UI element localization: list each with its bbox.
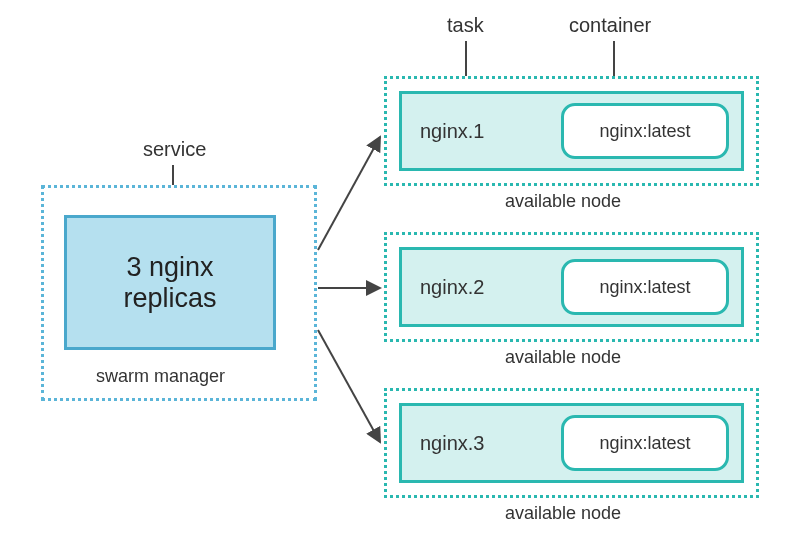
task-label: task [447,14,484,37]
service-text: 3 nginx replicas [123,252,216,314]
container-text-2: nginx:latest [599,277,690,298]
container-label: container [569,14,651,37]
available-node-label-2: available node [505,347,621,368]
container-text-3: nginx:latest [599,433,690,454]
available-node-label-1: available node [505,191,621,212]
container-box-2: nginx:latest [561,259,729,315]
arrow-3 [318,330,380,442]
service-label: service [143,138,206,161]
container-box-1: nginx:latest [561,103,729,159]
node-inner-2: nginx.2 nginx:latest [399,247,744,327]
container-box-3: nginx:latest [561,415,729,471]
task-text-1: nginx.1 [420,120,485,143]
node-inner-3: nginx.3 nginx:latest [399,403,744,483]
task-text-2: nginx.2 [420,276,485,299]
swarm-manager-label: swarm manager [96,366,225,387]
node-inner-1: nginx.1 nginx:latest [399,91,744,171]
service-box: 3 nginx replicas [64,215,276,350]
available-node-label-3: available node [505,503,621,524]
arrow-1 [318,137,380,250]
task-text-3: nginx.3 [420,432,485,455]
container-text-1: nginx:latest [599,121,690,142]
